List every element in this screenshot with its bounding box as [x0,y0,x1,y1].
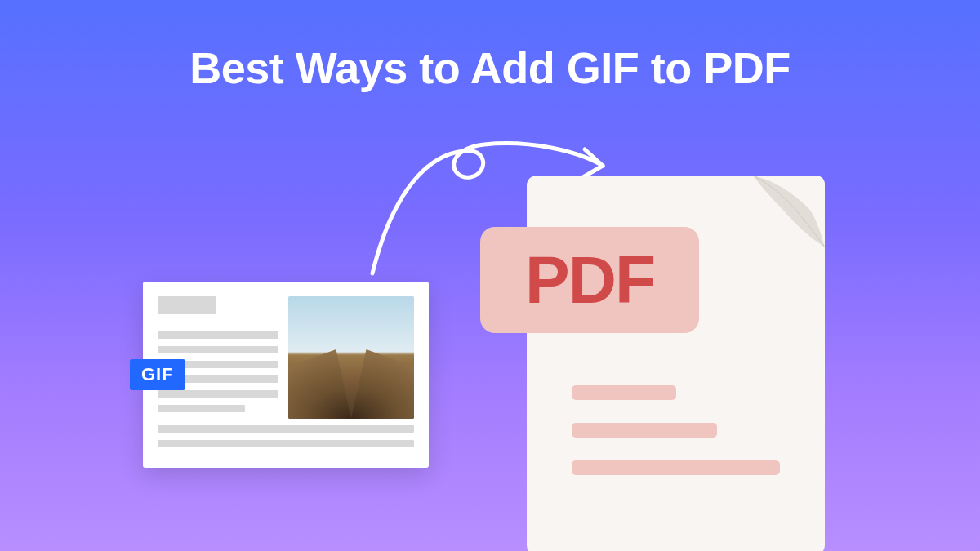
gif-badge-label: GIF [141,364,174,384]
page-title: Best Ways to Add GIF to PDF [0,42,980,93]
gif-document-card [143,282,429,468]
pdf-badge: PDF [480,227,699,333]
pdf-badge-label: PDF [525,242,654,318]
text-lines-column [158,296,278,420]
pdf-content-lines [572,385,780,498]
photo-thumbnail [288,296,414,419]
gif-badge: GIF [130,359,185,390]
